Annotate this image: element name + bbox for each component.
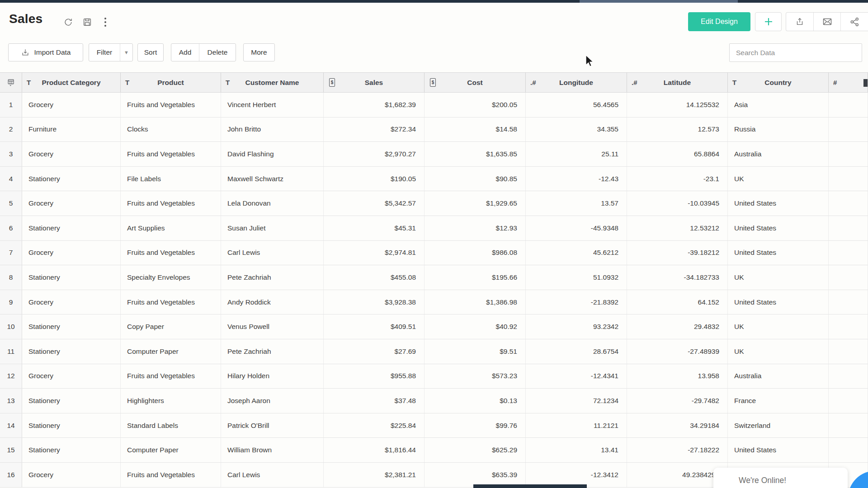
cell-product[interactable]: Art Supplies <box>121 216 221 240</box>
cell-product-category[interactable]: Grocery <box>22 463 121 487</box>
cell-country[interactable]: United States <box>728 241 829 265</box>
cell-customer-name[interactable]: Carl Lewis <box>221 241 324 265</box>
save-icon[interactable] <box>81 16 93 28</box>
cell-customer-name[interactable]: Carl Lewis <box>221 463 324 487</box>
cell-longitude[interactable]: 45.6212 <box>526 241 627 265</box>
cell-longitude[interactable]: -12.4341 <box>526 364 627 389</box>
cell-country[interactable]: UK <box>728 314 829 339</box>
search-input[interactable] <box>730 44 862 61</box>
cell-longitude[interactable]: 13.41 <box>526 438 627 462</box>
column-header-longitude[interactable]: .# Longitude <box>526 73 627 92</box>
cell-longitude[interactable]: -21.8392 <box>526 290 627 314</box>
cell-extra[interactable] <box>829 438 868 462</box>
row-number[interactable]: 16 <box>0 463 22 487</box>
cell-product-category[interactable]: Stationery <box>22 314 121 339</box>
cell-sales[interactable]: $190.05 <box>324 167 425 191</box>
cell-product[interactable]: Computer Paper <box>121 339 221 364</box>
cell-latitude[interactable]: 13.958 <box>627 364 728 389</box>
cell-product-category[interactable]: Stationery <box>22 413 121 438</box>
cell-latitude[interactable]: -27.18222 <box>627 438 728 462</box>
cell-product-category[interactable]: Grocery <box>22 364 121 389</box>
cell-longitude[interactable]: -12.3412 <box>526 463 627 487</box>
row-number[interactable]: 10 <box>0 314 22 339</box>
cell-product[interactable]: Copy Paper <box>121 314 221 339</box>
cell-product[interactable]: Fruits and Vegetables <box>121 93 221 117</box>
filter-button[interactable]: Filter <box>89 44 120 61</box>
cell-longitude[interactable]: 72.1234 <box>526 389 627 413</box>
cell-customer-name[interactable]: Vincent Herbert <box>221 93 324 117</box>
edit-design-button[interactable]: Edit Design <box>688 12 750 31</box>
cell-longitude[interactable]: 34.355 <box>526 117 627 142</box>
cell-latitude[interactable]: -23.1 <box>627 167 728 191</box>
cell-product[interactable]: Fruits and Vegetables <box>121 290 221 314</box>
cell-product[interactable]: Standard Labels <box>121 413 221 438</box>
cell-sales[interactable]: $225.84 <box>324 413 425 438</box>
cell-latitude[interactable]: -29.7482 <box>627 389 728 413</box>
cell-product[interactable]: Computer Paper <box>121 438 221 462</box>
cell-sales[interactable]: $955.88 <box>324 364 425 389</box>
cell-product[interactable]: Fruits and Vegetables <box>121 364 221 389</box>
cell-product[interactable]: Clocks <box>121 117 221 142</box>
row-number[interactable]: 3 <box>0 142 22 166</box>
cell-product-category[interactable]: Stationery <box>22 389 121 413</box>
cell-extra[interactable] <box>829 191 868 216</box>
cell-latitude[interactable]: 65.8864 <box>627 142 728 166</box>
cell-extra[interactable] <box>829 389 868 413</box>
cell-extra[interactable] <box>829 117 868 142</box>
more-button[interactable]: More <box>243 43 275 61</box>
cell-customer-name[interactable]: Joseph Aaron <box>221 389 324 413</box>
sort-button[interactable]: Sort <box>137 43 164 61</box>
cell-customer-name[interactable]: John Britto <box>221 117 324 142</box>
cell-product[interactable]: Specialty Envelopes <box>121 265 221 290</box>
row-number[interactable]: 11 <box>0 339 22 364</box>
cell-sales[interactable]: $409.51 <box>324 314 425 339</box>
row-number[interactable]: 1 <box>0 93 22 117</box>
cell-longitude[interactable]: 13.57 <box>526 191 627 216</box>
cell-longitude[interactable]: 25.11 <box>526 142 627 166</box>
cell-customer-name[interactable]: Susan Juliet <box>221 216 324 240</box>
cell-longitude[interactable]: 56.4565 <box>526 93 627 117</box>
row-number[interactable]: 5 <box>0 191 22 216</box>
cell-latitude[interactable]: -39.18212 <box>627 241 728 265</box>
cell-sales[interactable]: $27.69 <box>324 339 425 364</box>
cell-latitude[interactable]: -34.182733 <box>627 265 728 290</box>
add-button[interactable]: Add <box>171 44 199 61</box>
cell-cost[interactable]: $1,635.85 <box>425 142 526 166</box>
cell-country[interactable]: Australia <box>728 364 829 389</box>
cell-product-category[interactable]: Stationery <box>22 167 121 191</box>
cell-cost[interactable]: $1,929.65 <box>425 191 526 216</box>
cell-country[interactable]: United States <box>728 290 829 314</box>
row-number[interactable]: 9 <box>0 290 22 314</box>
cell-latitude[interactable]: -27.48939 <box>627 339 728 364</box>
export-button[interactable] <box>786 13 814 31</box>
row-number[interactable]: 14 <box>0 413 22 438</box>
cell-extra[interactable] <box>829 314 868 339</box>
cell-country[interactable]: Switzerland <box>728 413 829 438</box>
cell-extra[interactable] <box>829 216 868 240</box>
cell-extra[interactable] <box>829 339 868 364</box>
cell-extra[interactable] <box>829 364 868 389</box>
cell-customer-name[interactable]: Andy Roddick <box>221 290 324 314</box>
email-button[interactable] <box>814 13 841 31</box>
cell-product-category[interactable]: Stationery <box>22 438 121 462</box>
cell-customer-name[interactable]: Maxwell Schwartz <box>221 167 324 191</box>
import-data-button[interactable]: Import Data <box>8 43 83 61</box>
cell-product[interactable]: Highlighters <box>121 389 221 413</box>
cell-sales[interactable]: $1,816.44 <box>324 438 425 462</box>
cell-product[interactable]: Fruits and Vegetables <box>121 191 221 216</box>
cell-extra[interactable] <box>829 241 868 265</box>
row-number[interactable]: 6 <box>0 216 22 240</box>
share-button[interactable] <box>841 13 868 31</box>
cell-sales[interactable]: $37.48 <box>324 389 425 413</box>
cell-country[interactable]: France <box>728 389 829 413</box>
cell-country[interactable]: Asia <box>728 93 829 117</box>
cell-country[interactable]: United States <box>728 191 829 216</box>
column-header-customer-name[interactable]: T Customer Name <box>221 73 324 92</box>
cell-cost[interactable]: $90.85 <box>425 167 526 191</box>
cell-product-category[interactable]: Grocery <box>22 191 121 216</box>
kebab-menu-icon[interactable] <box>99 16 111 28</box>
cell-latitude[interactable]: -10.03945 <box>627 191 728 216</box>
column-header-country[interactable]: T Country <box>728 73 829 92</box>
row-number[interactable]: 8 <box>0 265 22 290</box>
cell-latitude[interactable]: 34.29184 <box>627 413 728 438</box>
